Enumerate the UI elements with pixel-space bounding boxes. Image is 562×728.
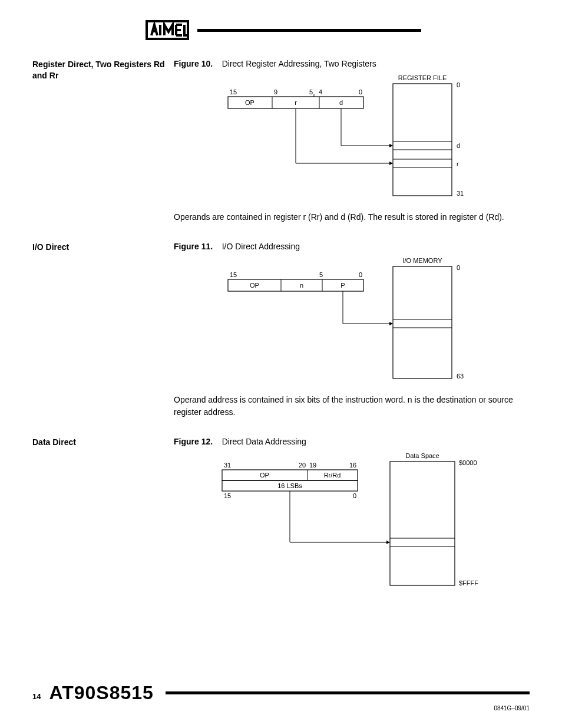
io-field-op: OP bbox=[250, 282, 259, 289]
bit-0b: 0 bbox=[353, 492, 356, 499]
field-r: r bbox=[295, 99, 297, 106]
figure10-title: Direct Register Addressing, Two Register… bbox=[222, 59, 376, 68]
io-field-n: n bbox=[300, 282, 303, 289]
bit-9: 9 bbox=[274, 88, 277, 95]
figure12-diagram: Data Space $0000 $FFFF 31 20 19 16 15 0 bbox=[174, 451, 530, 590]
footer: 14 AT90S8515 0841G–09/01 bbox=[32, 682, 530, 711]
content-3: Figure 12. Direct Data Addressing Data S… bbox=[174, 437, 530, 601]
figure12-title: Direct Data Addressing bbox=[222, 437, 306, 446]
figure12-caption: Figure 12. Direct Data Addressing bbox=[174, 437, 530, 446]
register-file-title: REGISTER FILE bbox=[398, 74, 447, 81]
bit-16: 16 bbox=[349, 462, 356, 469]
mark-r: r bbox=[457, 160, 459, 167]
io-field-p: P bbox=[340, 282, 345, 289]
figure11-label: Figure 11. bbox=[174, 242, 213, 251]
io-bit-5: 5 bbox=[319, 271, 323, 278]
bit-31: 31 bbox=[224, 462, 231, 469]
io-bit-0: 0 bbox=[359, 271, 362, 278]
svg-marker-11 bbox=[389, 162, 393, 165]
section1-body: Operands are contained in register r (Rr… bbox=[174, 211, 530, 223]
io-mark-63: 63 bbox=[457, 373, 464, 380]
footer-top: 14 AT90S8515 bbox=[32, 682, 530, 704]
figure10-caption: Figure 10. Direct Register Addressing, T… bbox=[174, 59, 530, 68]
bit-15b: 15 bbox=[224, 492, 231, 499]
footer-rule bbox=[166, 691, 530, 694]
svg-marker-25 bbox=[386, 541, 390, 544]
bit-19: 19 bbox=[309, 462, 316, 469]
page: Register Direct, Two Registers Rd and Rr… bbox=[0, 0, 562, 728]
data-space-title: Data Space bbox=[405, 452, 439, 459]
ds-mark-bot: $FFFF bbox=[459, 579, 478, 587]
svg-marker-10 bbox=[389, 144, 393, 147]
field-op: OP bbox=[245, 99, 254, 106]
header-row bbox=[32, 18, 530, 42]
figure11-title: I/O Direct Addressing bbox=[222, 242, 300, 251]
side-heading-1: Register Direct, Two Registers Rd and Rr bbox=[32, 59, 174, 81]
header-rule bbox=[197, 29, 421, 32]
figure11-diagram: I/O MEMORY 0 63 15 5 0 OP n P bbox=[174, 256, 530, 383]
mark-d: d bbox=[457, 142, 460, 149]
section-data-direct: Data Direct Figure 12. Direct Data Addre… bbox=[32, 437, 530, 601]
bit-4: 4 bbox=[319, 88, 322, 95]
side-heading-2: I/O Direct bbox=[32, 242, 174, 253]
product-name: AT90S8515 bbox=[49, 682, 153, 704]
field-rrrd: Rr/Rd bbox=[324, 472, 341, 479]
mark-31: 31 bbox=[457, 190, 464, 197]
atmel-logo bbox=[141, 18, 194, 42]
content-2: Figure 11. I/O Direct Addressing I/O MEM… bbox=[174, 242, 530, 429]
field-d: d bbox=[339, 99, 343, 106]
page-number: 14 bbox=[32, 692, 41, 701]
svg-marker-18 bbox=[389, 322, 393, 325]
field-op-dd: OP bbox=[260, 472, 269, 479]
doc-revision: 0841G–09/01 bbox=[32, 705, 530, 711]
section-register-direct: Register Direct, Two Registers Rd and Rr… bbox=[32, 59, 530, 233]
figure11-caption: Figure 11. I/O Direct Addressing bbox=[174, 242, 530, 251]
figure10-diagram: REGISTER FILE 0 d r 31 bbox=[174, 73, 530, 200]
bit-0: 0 bbox=[359, 88, 362, 95]
svg-rect-1 bbox=[393, 84, 452, 196]
io-mark-0: 0 bbox=[457, 264, 460, 271]
content-1: Figure 10. Direct Register Addressing, T… bbox=[174, 59, 530, 233]
bit-20: 20 bbox=[299, 462, 306, 469]
section2-body: Operand address is contained in six bits… bbox=[174, 394, 530, 418]
bit-15: 15 bbox=[230, 88, 237, 95]
svg-rect-12 bbox=[393, 266, 452, 378]
figure10-label: Figure 10. bbox=[174, 59, 213, 68]
figure12-label: Figure 12. bbox=[174, 437, 213, 446]
field-lsbs: 16 LSBs bbox=[277, 482, 302, 489]
io-memory-title: I/O MEMORY bbox=[402, 257, 442, 264]
ds-mark-top: $0000 bbox=[459, 459, 477, 466]
mark-0: 0 bbox=[457, 81, 460, 88]
section-io-direct: I/O Direct Figure 11. I/O Direct Address… bbox=[32, 242, 530, 429]
svg-rect-19 bbox=[390, 462, 455, 585]
bit-5: 5 bbox=[309, 88, 313, 95]
side-heading-3: Data Direct bbox=[32, 437, 174, 448]
io-bit-15: 15 bbox=[230, 271, 237, 278]
